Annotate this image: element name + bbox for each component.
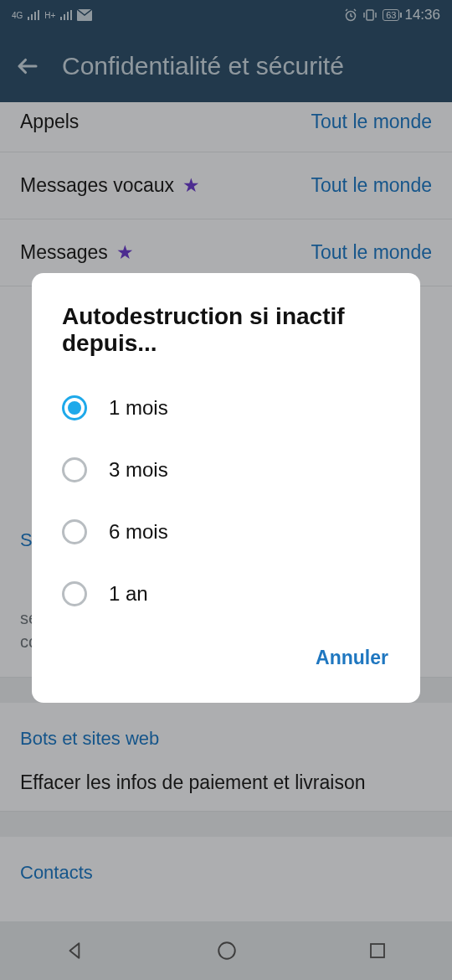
option-label: 6 mois xyxy=(109,520,168,544)
option-1-year[interactable]: 1 an xyxy=(32,563,420,625)
cancel-button[interactable]: Annuler xyxy=(309,638,395,678)
radio-icon xyxy=(62,395,87,420)
radio-icon xyxy=(62,457,87,482)
autodestruct-dialog: Autodestruction si inactif depuis... 1 m… xyxy=(32,273,420,703)
radio-icon xyxy=(62,519,87,544)
option-3-months[interactable]: 3 mois xyxy=(32,439,420,501)
option-label: 1 mois xyxy=(109,396,168,420)
option-1-month[interactable]: 1 mois xyxy=(32,377,420,439)
dialog-title: Autodestruction si inactif depuis... xyxy=(32,303,420,377)
option-label: 1 an xyxy=(109,582,148,606)
radio-icon xyxy=(62,581,87,606)
option-label: 3 mois xyxy=(109,458,168,482)
option-6-months[interactable]: 6 mois xyxy=(32,501,420,563)
